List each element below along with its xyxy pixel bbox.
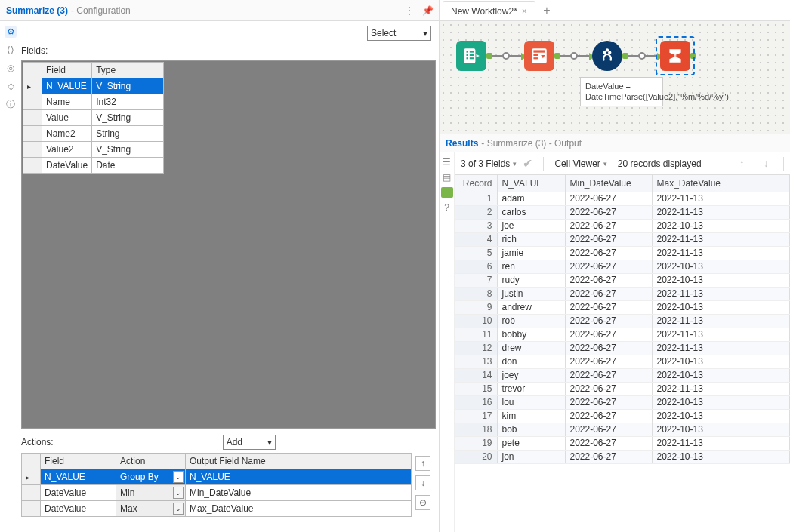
cell-min[interactable]: 2022-06-27 <box>565 368 652 382</box>
field-type[interactable]: Int32 <box>92 94 164 110</box>
results-row[interactable]: 2carlos2022-06-272022-11-13 <box>455 205 790 219</box>
actions-row[interactable]: N_VALUEGroup By⌄N_VALUE <box>22 469 412 485</box>
cell-nvalue[interactable]: lou <box>497 395 565 409</box>
cell-min[interactable]: 2022-06-27 <box>565 273 652 287</box>
row-header[interactable] <box>22 501 41 517</box>
tag-icon[interactable]: ◇ <box>5 80 17 92</box>
field-type[interactable]: V_String <box>92 142 164 158</box>
actions-col-action[interactable]: Action <box>116 454 186 469</box>
cell-min[interactable]: 2022-06-27 <box>565 300 652 314</box>
results-row[interactable]: 18bob2022-06-272022-10-13 <box>455 423 790 436</box>
sort-asc-button[interactable]: ↑ <box>735 157 748 171</box>
fields-row[interactable]: Value2V_String <box>23 142 164 158</box>
sort-desc-button[interactable]: ↓ <box>759 157 773 171</box>
field-type[interactable]: V_String <box>92 78 164 94</box>
workflow-tab[interactable]: New Workflow2* × <box>443 1 535 20</box>
results-row[interactable]: 19pete2022-06-272022-11-13 <box>455 436 790 450</box>
cell-min[interactable]: 2022-06-27 <box>565 287 652 300</box>
cell-max[interactable]: 2022-10-13 <box>652 273 790 287</box>
cell-nvalue[interactable]: bob <box>497 423 565 436</box>
results-grid[interactable]: Record N_VALUE Min_DateValue Max_DateVal… <box>455 175 790 532</box>
formula-tool[interactable] <box>592 41 622 71</box>
cell-max[interactable]: 2022-10-13 <box>652 395 790 409</box>
fields-row[interactable]: ValueV_String <box>23 110 164 126</box>
cell-nvalue[interactable]: trevor <box>497 382 565 395</box>
results-row[interactable]: 12drew2022-06-272022-11-13 <box>455 341 790 355</box>
field-name[interactable]: Value2 <box>42 142 92 158</box>
more-options-icon[interactable]: ⋮ <box>404 5 415 16</box>
cell-min[interactable]: 2022-06-27 <box>565 382 652 395</box>
cell-nvalue[interactable]: joey <box>497 368 565 382</box>
cell-max[interactable]: 2022-10-13 <box>652 355 790 368</box>
results-row[interactable]: 4rich2022-06-272022-11-13 <box>455 232 790 246</box>
cell-max[interactable]: 2022-10-13 <box>652 368 790 382</box>
col-max[interactable]: Max_DateValue <box>652 175 790 192</box>
workflow-canvas[interactable]: DateValue = DateTimeParse([Value2],"%m/%… <box>440 21 790 134</box>
fields-row[interactable]: N_VALUEV_String <box>23 78 164 94</box>
select-tool[interactable] <box>524 41 554 71</box>
field-name[interactable]: Value <box>42 110 92 126</box>
cell-nvalue[interactable]: bobby <box>497 328 565 341</box>
action-output[interactable]: Min_DateValue <box>186 485 412 501</box>
cell-min[interactable]: 2022-06-27 <box>565 436 652 450</box>
action-type-dropdown[interactable]: Max⌄ <box>116 501 186 517</box>
results-row[interactable]: 20jon2022-06-272022-10-13 <box>455 450 790 463</box>
action-field[interactable]: DateValue <box>41 485 116 501</box>
fields-row[interactable]: NameInt32 <box>23 94 164 110</box>
cell-nvalue[interactable]: carlos <box>497 205 565 219</box>
results-row[interactable]: 17kim2022-06-272022-10-13 <box>455 409 790 423</box>
gear-icon[interactable]: ⚙ <box>5 26 17 38</box>
cell-min[interactable]: 2022-06-27 <box>565 395 652 409</box>
add-action-dropdown[interactable]: Add ▾ <box>223 435 276 450</box>
results-row[interactable]: 5jamie2022-06-272022-11-13 <box>455 246 790 260</box>
move-down-button[interactable]: ↓ <box>415 475 430 490</box>
cell-max[interactable]: 2022-10-13 <box>652 409 790 423</box>
cell-min[interactable]: 2022-06-27 <box>565 246 652 260</box>
help-icon[interactable]: ? <box>442 202 452 213</box>
cell-min[interactable]: 2022-06-27 <box>565 341 652 355</box>
summarize-tool[interactable] <box>660 41 690 71</box>
target-icon[interactable]: ◎ <box>5 62 17 74</box>
cell-min[interactable]: 2022-06-27 <box>565 232 652 246</box>
info-icon[interactable]: ⓘ <box>5 98 17 110</box>
field-type[interactable]: Date <box>92 158 164 174</box>
pin-icon[interactable]: 📌 <box>422 5 433 16</box>
cell-nvalue[interactable]: rob <box>497 314 565 328</box>
row-header[interactable] <box>23 110 42 126</box>
results-row[interactable]: 13don2022-06-272022-10-13 <box>455 355 790 368</box>
close-icon[interactable]: × <box>522 6 527 17</box>
cell-max[interactable]: 2022-11-13 <box>652 232 790 246</box>
results-row[interactable]: 1adam2022-06-272022-11-13 <box>455 192 790 205</box>
cell-nvalue[interactable]: adam <box>497 192 565 205</box>
results-row[interactable]: 3joe2022-06-272022-10-13 <box>455 219 790 232</box>
cell-max[interactable]: 2022-11-13 <box>652 314 790 328</box>
fields-col-field[interactable]: Field <box>42 63 92 78</box>
cell-max[interactable]: 2022-11-13 <box>652 328 790 341</box>
cell-max[interactable]: 2022-10-13 <box>652 450 790 463</box>
fields-count-dropdown[interactable]: 3 of 3 Fields ▾ ✔ <box>461 156 532 171</box>
fields-grid[interactable]: Field Type N_VALUEV_StringNameInt32Value… <box>21 60 436 429</box>
cell-nvalue[interactable]: rudy <box>497 273 565 287</box>
row-header[interactable] <box>23 142 42 158</box>
output-anchor-icon[interactable] <box>441 187 453 198</box>
cell-nvalue[interactable]: drew <box>497 341 565 355</box>
col-min[interactable]: Min_DateValue <box>565 175 652 192</box>
cell-nvalue[interactable]: pete <box>497 436 565 450</box>
cell-max[interactable]: 2022-10-13 <box>652 300 790 314</box>
cell-nvalue[interactable]: joe <box>497 219 565 232</box>
cell-max[interactable]: 2022-11-13 <box>652 341 790 355</box>
cell-min[interactable]: 2022-06-27 <box>565 260 652 273</box>
cell-nvalue[interactable]: jon <box>497 450 565 463</box>
row-header[interactable] <box>23 78 42 94</box>
cell-min[interactable]: 2022-06-27 <box>565 450 652 463</box>
row-header[interactable] <box>22 485 41 501</box>
cell-max[interactable]: 2022-11-13 <box>652 436 790 450</box>
col-record[interactable]: Record <box>455 175 497 192</box>
cell-max[interactable]: 2022-11-13 <box>652 382 790 395</box>
cell-nvalue[interactable]: justin <box>497 287 565 300</box>
cell-min[interactable]: 2022-06-27 <box>565 409 652 423</box>
cell-max[interactable]: 2022-11-13 <box>652 246 790 260</box>
cell-max[interactable]: 2022-10-13 <box>652 423 790 436</box>
field-name[interactable]: Name2 <box>42 126 92 142</box>
select-dropdown[interactable]: Select ▾ <box>367 26 431 41</box>
